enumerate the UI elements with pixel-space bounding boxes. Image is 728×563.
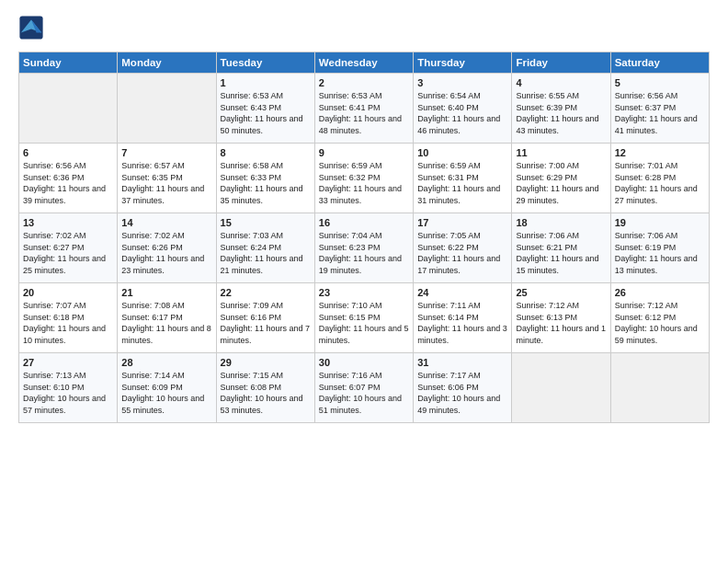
cell-details: Sunrise: 6:57 AMSunset: 6:35 PMDaylight:… bbox=[121, 160, 211, 206]
day-number: 20 bbox=[23, 287, 113, 298]
calendar-cell: 22Sunrise: 7:09 AMSunset: 6:16 PMDayligh… bbox=[216, 283, 314, 353]
calendar-cell: 1Sunrise: 6:53 AMSunset: 6:43 PMDaylight… bbox=[216, 74, 314, 144]
cell-details: Sunrise: 7:02 AMSunset: 6:26 PMDaylight:… bbox=[121, 230, 211, 276]
calendar-body: 1Sunrise: 6:53 AMSunset: 6:43 PMDaylight… bbox=[19, 74, 710, 423]
cell-details: Sunrise: 7:10 AMSunset: 6:15 PMDaylight:… bbox=[319, 300, 409, 346]
day-number: 31 bbox=[417, 357, 507, 368]
cell-details: Sunrise: 7:11 AMSunset: 6:14 PMDaylight:… bbox=[417, 300, 507, 346]
cell-details: Sunrise: 7:09 AMSunset: 6:16 PMDaylight:… bbox=[221, 300, 311, 346]
weekday-row: SundayMondayTuesdayWednesdayThursdayFrid… bbox=[19, 52, 710, 74]
day-number: 6 bbox=[23, 147, 113, 158]
cell-details: Sunrise: 7:01 AMSunset: 6:28 PMDaylight:… bbox=[615, 160, 705, 206]
calendar-cell: 18Sunrise: 7:06 AMSunset: 6:21 PMDayligh… bbox=[512, 213, 610, 283]
day-number: 13 bbox=[23, 217, 113, 228]
cell-details: Sunrise: 6:59 AMSunset: 6:32 PMDaylight:… bbox=[319, 160, 409, 206]
cell-details: Sunrise: 7:08 AMSunset: 6:17 PMDaylight:… bbox=[121, 300, 211, 346]
day-number: 14 bbox=[121, 217, 211, 228]
cell-details: Sunrise: 6:54 AMSunset: 6:40 PMDaylight:… bbox=[417, 90, 507, 136]
calendar-week-row: 1Sunrise: 6:53 AMSunset: 6:43 PMDaylight… bbox=[19, 74, 710, 144]
calendar-cell: 12Sunrise: 7:01 AMSunset: 6:28 PMDayligh… bbox=[610, 144, 709, 213]
day-number: 25 bbox=[516, 287, 606, 298]
weekday-header: Saturday bbox=[610, 52, 709, 74]
cell-details: Sunrise: 7:17 AMSunset: 6:06 PMDaylight:… bbox=[417, 370, 507, 416]
day-number: 5 bbox=[615, 77, 705, 88]
cell-details: Sunrise: 7:15 AMSunset: 6:08 PMDaylight:… bbox=[221, 370, 311, 416]
day-number: 19 bbox=[615, 217, 705, 228]
calendar-week-row: 27Sunrise: 7:13 AMSunset: 6:10 PMDayligh… bbox=[19, 353, 710, 423]
calendar-cell: 8Sunrise: 6:58 AMSunset: 6:33 PMDaylight… bbox=[216, 144, 314, 213]
calendar-cell bbox=[19, 74, 118, 144]
day-number: 4 bbox=[516, 77, 606, 88]
calendar-cell: 31Sunrise: 7:17 AMSunset: 6:06 PMDayligh… bbox=[414, 353, 512, 423]
cell-details: Sunrise: 7:00 AMSunset: 6:29 PMDaylight:… bbox=[516, 160, 606, 206]
cell-details: Sunrise: 6:56 AMSunset: 6:37 PMDaylight:… bbox=[615, 90, 705, 136]
calendar-week-row: 20Sunrise: 7:07 AMSunset: 6:18 PMDayligh… bbox=[19, 283, 710, 353]
calendar-cell: 7Sunrise: 6:57 AMSunset: 6:35 PMDaylight… bbox=[118, 144, 216, 213]
cell-details: Sunrise: 7:03 AMSunset: 6:24 PMDaylight:… bbox=[221, 230, 311, 276]
calendar-cell: 2Sunrise: 6:53 AMSunset: 6:41 PMDaylight… bbox=[314, 74, 413, 144]
cell-details: Sunrise: 7:07 AMSunset: 6:18 PMDaylight:… bbox=[23, 300, 113, 346]
calendar-cell: 5Sunrise: 6:56 AMSunset: 6:37 PMDaylight… bbox=[610, 74, 709, 144]
cell-details: Sunrise: 7:13 AMSunset: 6:10 PMDaylight:… bbox=[23, 370, 113, 416]
calendar-cell: 30Sunrise: 7:16 AMSunset: 6:07 PMDayligh… bbox=[314, 353, 413, 423]
calendar-cell: 19Sunrise: 7:06 AMSunset: 6:19 PMDayligh… bbox=[610, 213, 709, 283]
calendar-cell: 10Sunrise: 6:59 AMSunset: 6:31 PMDayligh… bbox=[414, 144, 512, 213]
cell-details: Sunrise: 6:55 AMSunset: 6:39 PMDaylight:… bbox=[516, 90, 606, 136]
calendar-cell bbox=[118, 74, 216, 144]
calendar-cell: 16Sunrise: 7:04 AMSunset: 6:23 PMDayligh… bbox=[314, 213, 413, 283]
day-number: 28 bbox=[121, 357, 211, 368]
cell-details: Sunrise: 7:12 AMSunset: 6:12 PMDaylight:… bbox=[615, 300, 705, 346]
day-number: 7 bbox=[121, 147, 211, 158]
cell-details: Sunrise: 7:14 AMSunset: 6:09 PMDaylight:… bbox=[121, 370, 211, 416]
day-number: 1 bbox=[221, 77, 311, 88]
weekday-header: Monday bbox=[118, 52, 216, 74]
cell-details: Sunrise: 7:12 AMSunset: 6:13 PMDaylight:… bbox=[516, 300, 606, 346]
weekday-header: Thursday bbox=[414, 52, 512, 74]
day-number: 22 bbox=[221, 287, 311, 298]
calendar-cell: 4Sunrise: 6:55 AMSunset: 6:39 PMDaylight… bbox=[512, 74, 610, 144]
day-number: 9 bbox=[319, 147, 409, 158]
cell-details: Sunrise: 7:02 AMSunset: 6:27 PMDaylight:… bbox=[23, 230, 113, 276]
day-number: 30 bbox=[319, 357, 409, 368]
cell-details: Sunrise: 7:05 AMSunset: 6:22 PMDaylight:… bbox=[417, 230, 507, 276]
day-number: 26 bbox=[615, 287, 705, 298]
cell-details: Sunrise: 6:59 AMSunset: 6:31 PMDaylight:… bbox=[417, 160, 507, 206]
day-number: 10 bbox=[417, 147, 507, 158]
calendar-cell: 25Sunrise: 7:12 AMSunset: 6:13 PMDayligh… bbox=[512, 283, 610, 353]
day-number: 8 bbox=[221, 147, 311, 158]
calendar-cell: 15Sunrise: 7:03 AMSunset: 6:24 PMDayligh… bbox=[216, 213, 314, 283]
calendar-cell: 3Sunrise: 6:54 AMSunset: 6:40 PMDaylight… bbox=[414, 74, 512, 144]
weekday-header: Friday bbox=[512, 52, 610, 74]
day-number: 17 bbox=[417, 217, 507, 228]
calendar-cell: 6Sunrise: 6:56 AMSunset: 6:36 PMDaylight… bbox=[19, 144, 118, 213]
cell-details: Sunrise: 7:04 AMSunset: 6:23 PMDaylight:… bbox=[319, 230, 409, 276]
calendar-cell: 17Sunrise: 7:05 AMSunset: 6:22 PMDayligh… bbox=[414, 213, 512, 283]
calendar-header: SundayMondayTuesdayWednesdayThursdayFrid… bbox=[19, 52, 710, 74]
calendar-cell: 14Sunrise: 7:02 AMSunset: 6:26 PMDayligh… bbox=[118, 213, 216, 283]
cell-details: Sunrise: 7:06 AMSunset: 6:21 PMDaylight:… bbox=[516, 230, 606, 276]
calendar-cell: 29Sunrise: 7:15 AMSunset: 6:08 PMDayligh… bbox=[216, 353, 314, 423]
calendar-cell bbox=[610, 353, 709, 423]
calendar-cell: 24Sunrise: 7:11 AMSunset: 6:14 PMDayligh… bbox=[414, 283, 512, 353]
day-number: 11 bbox=[516, 147, 606, 158]
header bbox=[18, 15, 710, 40]
calendar-cell: 13Sunrise: 7:02 AMSunset: 6:27 PMDayligh… bbox=[19, 213, 118, 283]
day-number: 16 bbox=[319, 217, 409, 228]
cell-details: Sunrise: 7:16 AMSunset: 6:07 PMDaylight:… bbox=[319, 370, 409, 416]
calendar-cell: 20Sunrise: 7:07 AMSunset: 6:18 PMDayligh… bbox=[19, 283, 118, 353]
calendar-week-row: 13Sunrise: 7:02 AMSunset: 6:27 PMDayligh… bbox=[19, 213, 710, 283]
day-number: 2 bbox=[319, 77, 409, 88]
cell-details: Sunrise: 6:56 AMSunset: 6:36 PMDaylight:… bbox=[23, 160, 113, 206]
day-number: 29 bbox=[221, 357, 311, 368]
day-number: 21 bbox=[121, 287, 211, 298]
day-number: 18 bbox=[516, 217, 606, 228]
logo-icon bbox=[18, 15, 44, 40]
day-number: 3 bbox=[417, 77, 507, 88]
calendar-cell: 27Sunrise: 7:13 AMSunset: 6:10 PMDayligh… bbox=[19, 353, 118, 423]
cell-details: Sunrise: 6:58 AMSunset: 6:33 PMDaylight:… bbox=[221, 160, 311, 206]
calendar-cell: 11Sunrise: 7:00 AMSunset: 6:29 PMDayligh… bbox=[512, 144, 610, 213]
page: SundayMondayTuesdayWednesdayThursdayFrid… bbox=[0, 0, 728, 432]
calendar-cell: 9Sunrise: 6:59 AMSunset: 6:32 PMDaylight… bbox=[314, 144, 413, 213]
cell-details: Sunrise: 6:53 AMSunset: 6:41 PMDaylight:… bbox=[319, 90, 409, 136]
day-number: 15 bbox=[221, 217, 311, 228]
